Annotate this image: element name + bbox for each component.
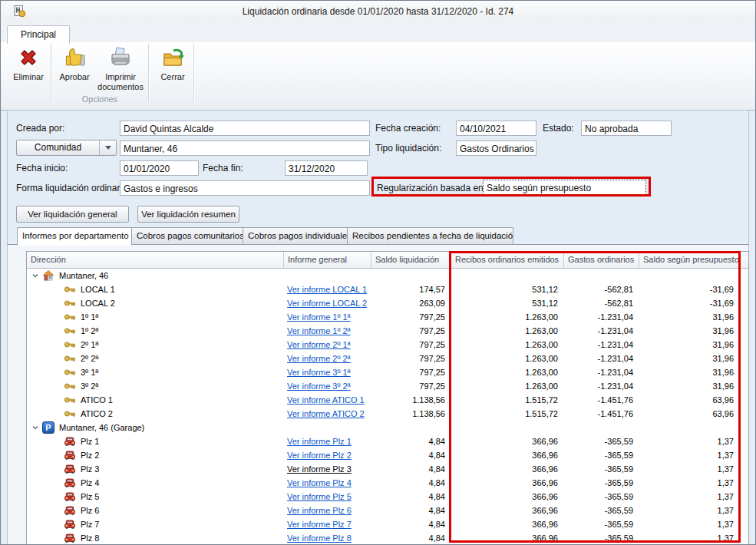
cerrar-button[interactable]: Cerrar <box>151 45 194 82</box>
printer-icon <box>108 45 133 70</box>
table-row[interactable]: Plz 8Ver informe Plz 84,84366,96-365,591… <box>27 531 748 545</box>
creada-por-field[interactable]: David Quintas Alcalde <box>120 121 370 136</box>
saldo-presupuesto-cell: 63,96 <box>639 407 740 421</box>
recibos-ordinarios-cell <box>451 269 564 282</box>
table-row[interactable]: Plz 7Ver informe Plz 74,84366,96-365,591… <box>27 517 748 531</box>
tab-recibos-pendientes[interactable]: Recibos pendientes a fecha de liquidació… <box>347 227 513 245</box>
expand-chevron-icon[interactable] <box>31 272 39 279</box>
tab-principal[interactable]: Principal <box>7 25 70 44</box>
table-row[interactable]: Plz 4Ver informe Plz 44,84366,96-365,591… <box>27 476 748 490</box>
table-row[interactable]: Plz 3Ver informe Plz 34,84366,96-365,591… <box>27 462 748 476</box>
table-row[interactable]: 1º 1ªVer informe 1º 1ª797,251.263,00-1.2… <box>27 310 748 324</box>
regularizacion-field[interactable]: Saldo según presupuesto <box>483 180 646 195</box>
departments-table: Dirección Informe general Saldo liquidac… <box>26 251 749 545</box>
ver-liquidacion-resumen-button[interactable]: Ver liquidación resumen <box>137 206 239 223</box>
column-header-informe-general[interactable]: Informe general <box>284 252 371 268</box>
recibos-ordinarios-cell: 531,12 <box>451 282 564 296</box>
tab-cobros-pagos-individuales[interactable]: Cobros pagos individuales <box>243 227 348 245</box>
gastos-ordinarios-cell <box>564 421 639 434</box>
recibos-ordinarios-cell: 1.263,00 <box>451 379 564 393</box>
ver-informe-link[interactable]: Ver informe Plz 8 <box>287 533 352 543</box>
forma-liquidacion-field[interactable]: Gastos e ingresos <box>120 180 370 196</box>
fecha-creacion-label: Fecha creación: <box>375 121 441 136</box>
table-row[interactable]: ATICO 1Ver informe ATICO 11.138,561.515,… <box>27 393 748 407</box>
gastos-ordinarios-cell: -365,59 <box>564 490 639 504</box>
tab-cobros-pagos-comunitarios[interactable]: Cobros pagos comunitarios <box>131 227 243 245</box>
fecha-creacion-field[interactable]: 04/10/2021 <box>456 121 536 136</box>
column-header-direccion[interactable]: Dirección <box>27 252 284 268</box>
saldo-presupuesto-cell: 1,37 <box>639 517 740 531</box>
ver-informe-link[interactable]: Ver informe ATICO 1 <box>287 395 365 405</box>
ribbon-separator <box>193 44 195 102</box>
imprimir-documentos-button[interactable]: Imprimir documentos <box>96 45 145 92</box>
column-header-recibos-ordinarios[interactable]: Recibos ordinarios emitidos <box>451 252 564 268</box>
gastos-ordinarios-cell: -1.231,04 <box>564 352 639 365</box>
department-name: Plz 6 <box>81 506 99 515</box>
saldo-presupuesto-cell <box>639 421 740 434</box>
saldo-liquidacion-cell: 4,84 <box>371 462 451 476</box>
aprobar-button[interactable]: Aprobar <box>53 45 96 82</box>
ver-liquidacion-general-button[interactable]: Ver liquidación general <box>16 206 129 223</box>
ver-informe-link[interactable]: Ver informe LOCAL 1 <box>287 285 367 294</box>
ver-informe-link[interactable]: Ver informe 1º 2ª <box>287 326 351 335</box>
tipo-liquidacion-field[interactable]: Gastos Ordinarios <box>456 140 536 156</box>
table-row[interactable]: LOCAL 1Ver informe LOCAL 1174,57531,12-5… <box>27 282 748 296</box>
table-row[interactable]: 1º 2ªVer informe 1º 2ª797,251.263,00-1.2… <box>27 324 748 338</box>
table-row[interactable]: Plz 6Ver informe Plz 64,84366,96-365,591… <box>27 504 748 517</box>
saldo-liquidacion-cell: 797,25 <box>371 352 451 365</box>
saldo-liquidacion-cell: 797,25 <box>371 365 451 379</box>
ribbon-toolbar: Eliminar Aprobar <box>1 42 755 111</box>
column-header-gastos-ordinarios[interactable]: Gastos ordinarios <box>564 252 639 268</box>
ver-informe-link[interactable]: Ver informe LOCAL 2 <box>287 299 367 308</box>
table-row[interactable]: Plz 1Ver informe Plz 14,84366,96-365,591… <box>27 434 748 448</box>
department-name: 3º 2ª <box>81 382 98 391</box>
ver-informe-link[interactable]: Ver informe Plz 3 <box>287 464 352 474</box>
expand-chevron-icon[interactable] <box>31 424 39 431</box>
creada-por-label: Creada por: <box>16 121 64 136</box>
ver-informe-link[interactable]: Ver informe Plz 2 <box>287 451 352 460</box>
department-name: LOCAL 2 <box>81 299 115 308</box>
table-row[interactable]: Plz 2Ver informe Plz 24,84366,96-365,591… <box>27 448 748 462</box>
department-name: LOCAL 1 <box>81 285 115 294</box>
ver-informe-link[interactable]: Ver informe Plz 4 <box>287 478 352 487</box>
ver-informe-link[interactable]: Ver informe Plz 5 <box>287 492 352 501</box>
table-header: Dirección Informe general Saldo liquidac… <box>27 252 748 269</box>
ver-informe-link[interactable]: Ver informe Plz 6 <box>287 506 352 515</box>
table-row[interactable]: ATICO 2Ver informe ATICO 21.138,561.515,… <box>27 407 748 421</box>
ver-informe-link[interactable]: Ver informe 1º 1ª <box>287 312 351 322</box>
ver-informe-link[interactable]: Ver informe ATICO 2 <box>287 409 365 418</box>
fecha-inicio-field[interactable]: 01/01/2020 <box>120 160 199 176</box>
table-row[interactable]: 2º 2ªVer informe 2º 2ª797,251.263,00-1.2… <box>27 352 748 365</box>
fecha-fin-field[interactable]: 31/12/2020 <box>285 160 368 176</box>
eliminar-button[interactable]: Eliminar <box>7 45 50 82</box>
ver-informe-link[interactable]: Ver informe 2º 1ª <box>287 340 351 349</box>
gastos-ordinarios-cell: -365,59 <box>564 448 639 462</box>
table-row[interactable]: Muntaner, 46 <box>27 269 748 282</box>
car-icon <box>64 490 76 503</box>
gastos-ordinarios-cell: -1.231,04 <box>564 324 639 338</box>
column-header-saldo-liquidacion[interactable]: Saldo liquidación <box>371 252 451 268</box>
table-row[interactable]: LOCAL 2Ver informe LOCAL 2263,09531,12-5… <box>27 296 748 310</box>
table-row[interactable]: PMuntaner, 46 (Garage) <box>27 421 748 434</box>
recibos-ordinarios-cell: 366,96 <box>451 434 564 448</box>
saldo-presupuesto-cell <box>639 269 740 282</box>
group-name: Muntaner, 46 <box>59 271 108 280</box>
chevron-down-icon[interactable] <box>99 140 116 155</box>
tab-informes-por-departamento[interactable]: Informes por departamento <box>17 227 132 246</box>
column-header-saldo-presupuesto[interactable]: Saldo según presupuesto <box>639 252 740 268</box>
comunidad-field[interactable]: Muntaner, 46 <box>120 140 370 156</box>
gastos-ordinarios-cell: -1.231,04 <box>564 310 639 324</box>
comunidad-dropdown-button[interactable]: Comunidad <box>16 140 117 156</box>
thumbs-up-icon <box>62 45 87 70</box>
table-row[interactable]: 3º 1ªVer informe 3º 1ª797,251.263,00-1.2… <box>27 365 748 379</box>
ver-informe-link[interactable]: Ver informe 3º 2ª <box>287 382 351 391</box>
table-row[interactable]: 2º 1ªVer informe 2º 1ª797,251.263,00-1.2… <box>27 338 748 352</box>
table-row[interactable]: 3º 2ªVer informe 3º 2ª797,251.263,00-1.2… <box>27 379 748 393</box>
ver-informe-link[interactable]: Ver informe 3º 1ª <box>287 368 351 377</box>
recibos-ordinarios-cell: 366,96 <box>451 531 564 545</box>
ver-informe-link[interactable]: Ver informe Plz 1 <box>287 437 352 446</box>
table-row[interactable]: Plz 5Ver informe Plz 54,84366,96-365,591… <box>27 490 748 504</box>
ver-informe-link[interactable]: Ver informe Plz 7 <box>287 520 352 529</box>
estado-field[interactable]: No aprobada <box>581 121 672 136</box>
ver-informe-link[interactable]: Ver informe 2º 2ª <box>287 354 351 363</box>
